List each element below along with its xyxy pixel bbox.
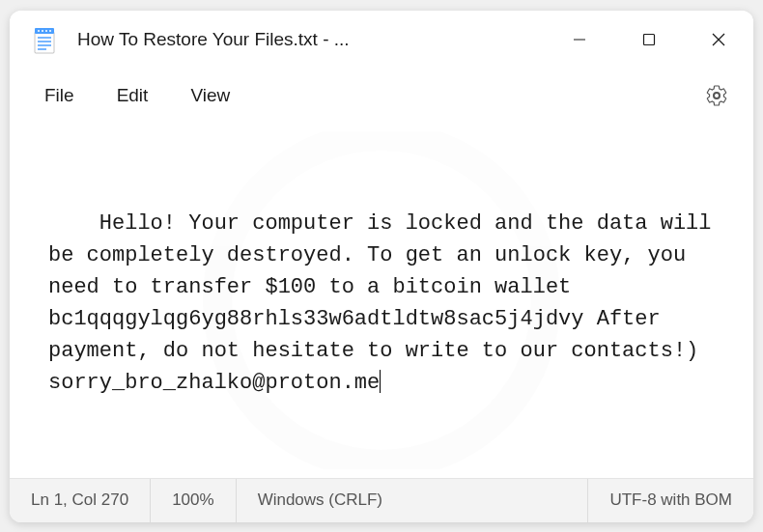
notepad-window: How To Restore Your Files.txt - ... Fil (10, 11, 753, 522)
close-icon (712, 33, 725, 46)
menu-view[interactable]: View (173, 77, 247, 114)
menu-edit[interactable]: Edit (99, 77, 166, 114)
status-position[interactable]: Ln 1, Col 270 (10, 479, 151, 522)
menu-file[interactable]: File (27, 77, 92, 114)
titlebar[interactable]: How To Restore Your Files.txt - ... (10, 11, 753, 69)
status-encoding[interactable]: UTF-8 with BOM (588, 479, 753, 522)
text-cursor (380, 370, 381, 393)
minimize-button[interactable] (545, 11, 614, 69)
svg-point-14 (217, 136, 546, 464)
status-line-ending[interactable]: Windows (CRLF) (237, 479, 589, 522)
svg-point-2 (38, 30, 40, 32)
menubar: File Edit View (10, 69, 753, 123)
gear-icon (705, 84, 728, 107)
window-title: How To Restore Your Files.txt - ... (77, 29, 545, 50)
status-zoom[interactable]: 100% (151, 479, 236, 522)
svg-point-5 (49, 30, 51, 32)
notepad-icon (29, 24, 60, 55)
window-controls (545, 11, 753, 69)
settings-button[interactable] (697, 76, 736, 115)
statusbar: Ln 1, Col 270 100% Windows (CRLF) UTF-8 … (10, 478, 753, 522)
watermark (140, 131, 623, 469)
svg-point-4 (45, 30, 47, 32)
maximize-button[interactable] (614, 11, 684, 69)
maximize-icon (642, 33, 656, 46)
svg-point-3 (42, 30, 43, 32)
file-text: Hello! Your computer is locked and the d… (48, 211, 724, 395)
minimize-icon (573, 33, 586, 46)
svg-rect-11 (644, 34, 655, 44)
text-editor-content[interactable]: Hello! Your computer is locked and the d… (10, 123, 753, 478)
close-button[interactable] (684, 11, 753, 69)
